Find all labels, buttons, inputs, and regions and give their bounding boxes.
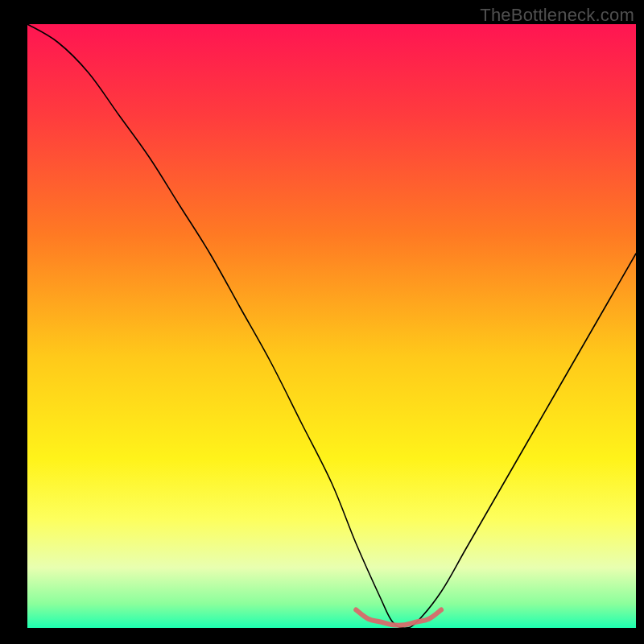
watermark-text: TheBottleneck.com xyxy=(480,5,634,26)
bottleneck-chart xyxy=(0,0,644,644)
chart-frame: TheBottleneck.com xyxy=(0,0,644,644)
